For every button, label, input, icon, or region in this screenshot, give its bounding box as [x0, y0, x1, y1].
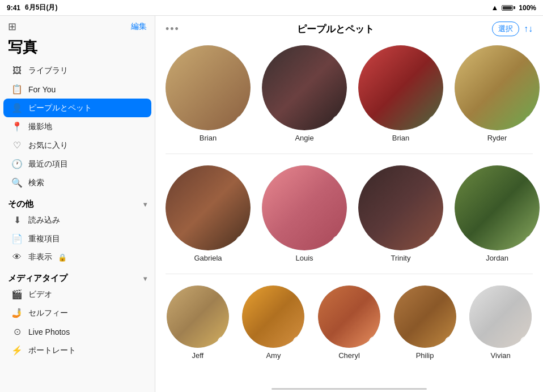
- person-name: Cheryl: [338, 351, 360, 360]
- person-item-trinity[interactable]: ♥ Trinity: [358, 165, 443, 262]
- status-bar: 9:41 6月5日(月) ▲ 100%: [0, 0, 543, 16]
- person-name: Jordan: [486, 254, 508, 262]
- favorite-badge: ♥: [332, 116, 345, 128]
- person-name: Vivian: [491, 351, 511, 360]
- sidebar-item-label: お気に入り: [28, 140, 68, 151]
- sidebar-item-label: 撮影地: [28, 122, 52, 132]
- sidebar-item-label: ビデオ: [28, 289, 52, 300]
- favorites-icon: ♡: [11, 140, 23, 151]
- status-left: 9:41 6月5日(月): [7, 3, 57, 12]
- person-name: Ryder: [487, 134, 507, 142]
- media-section-label: メディアタイプ: [8, 273, 67, 284]
- sidebar-item-people[interactable]: 👤 ピープルとペット: [3, 99, 151, 117]
- favorite-badge: ♥: [332, 236, 345, 248]
- sidebar-item-label: 非表示: [28, 252, 52, 262]
- favorite-badge: ♥: [236, 236, 248, 248]
- person-item-jordan[interactable]: ♥ Jordan: [455, 165, 540, 262]
- sidebar-item-video[interactable]: 🎬 ビデオ: [3, 285, 151, 304]
- page-title: ピープルとペット: [180, 23, 492, 36]
- person-avatar-jeff: ♡: [167, 286, 229, 348]
- header-actions: 選択 ↑↓: [492, 22, 533, 36]
- person-avatar-angie: ♥: [262, 45, 347, 130]
- person-name: Brian: [392, 134, 409, 142]
- sidebar-item-portrait[interactable]: ⚡ ポートレート: [3, 341, 151, 360]
- person-item-cheryl[interactable]: ♡ Cheryl: [317, 286, 381, 360]
- favorite-badge: ♡: [445, 336, 455, 347]
- person-name: Brian: [200, 134, 217, 142]
- sidebar-item-import[interactable]: ⬇ 読み込み: [3, 211, 151, 229]
- person-item-ryder[interactable]: ♥ Ryder: [455, 45, 540, 142]
- recent-icon: 🕐: [11, 159, 23, 169]
- person-name: Jeff: [192, 351, 203, 360]
- sidebar-item-library[interactable]: 🖼 ライブラリ: [3, 62, 151, 80]
- people-icon: 👤: [11, 103, 23, 113]
- person-name: Philip: [416, 351, 434, 360]
- grid-section-1: ♥ Brian ♥ Angie ♥ Brian: [166, 45, 533, 154]
- sidebar-item-hidden[interactable]: 👁 非表示 🔒: [3, 248, 151, 266]
- sidebar-item-foryou[interactable]: 📋 For You: [3, 80, 151, 99]
- person-item-louis[interactable]: ♥ Louis: [262, 165, 347, 262]
- person-avatar-louis: ♥: [262, 165, 347, 250]
- media-section-header[interactable]: メディアタイプ ▾: [0, 269, 155, 285]
- search-icon: 🔍: [11, 177, 23, 188]
- video-icon: 🎬: [11, 289, 23, 300]
- person-item-brian2[interactable]: ♥ Brian: [358, 45, 443, 142]
- favorite-badge: ♡: [369, 336, 379, 347]
- person-item-amy[interactable]: ♡ Amy: [241, 286, 306, 360]
- person-name: Louis: [295, 254, 313, 262]
- content-header: ••• ピープルとペット 選択 ↑↓: [155, 16, 543, 41]
- library-icon: 🖼: [11, 66, 23, 76]
- date: 6月5日(月): [25, 3, 57, 12]
- status-right: ▲ 100%: [491, 3, 536, 12]
- person-item-angie[interactable]: ♥ Angie: [262, 45, 347, 142]
- sidebar-item-selfie[interactable]: 🤳 セルフィー: [3, 304, 151, 322]
- select-button[interactable]: 選択: [492, 22, 519, 36]
- person-avatar-gabriela: ♥: [166, 165, 251, 250]
- person-name: Gabriela: [194, 254, 222, 262]
- sidebar-item-label: 最近の項目: [28, 159, 68, 169]
- favorite-badge: ♡: [293, 336, 303, 347]
- sidebar-edit-button[interactable]: 編集: [131, 22, 147, 32]
- sidebar-item-label: 読み込み: [28, 215, 60, 225]
- sidebar-item-recent[interactable]: 🕐 最近の項目: [3, 155, 151, 173]
- sidebar-toggle-icon[interactable]: ⊞: [8, 20, 16, 33]
- more-options-icon[interactable]: •••: [166, 23, 180, 35]
- sidebar-item-label: ポートレート: [28, 346, 76, 356]
- person-item-brian1[interactable]: ♥ Brian: [166, 45, 251, 142]
- favorite-badge: ♥: [236, 116, 248, 128]
- app-container: ⊞ 編集 写真 🖼 ライブラリ 📋 For You 👤 ピープルとペット 📍 撮…: [0, 16, 543, 392]
- selfie-icon: 🤳: [11, 308, 23, 318]
- sidebar-item-livephotos[interactable]: ⊙ Live Photos: [3, 322, 151, 341]
- sidebar-item-duplicates[interactable]: 📄 重複項目: [3, 229, 151, 248]
- sidebar-item-label: ピープルとペット: [28, 103, 92, 113]
- sidebar-item-label: ライブラリ: [28, 66, 68, 76]
- sidebar-item-label: セルフィー: [28, 308, 68, 318]
- person-avatar-vivian: ♡: [469, 286, 532, 348]
- sidebar-item-label: Live Photos: [28, 327, 70, 336]
- people-grid: ♥ Brian ♥ Angie ♥ Brian: [155, 41, 543, 385]
- livephotos-icon: ⊙: [11, 326, 23, 337]
- chevron-down-icon: ▾: [143, 275, 147, 283]
- person-avatar-brian2: ♥: [358, 45, 443, 130]
- sidebar-item-search[interactable]: 🔍 検索: [3, 173, 151, 192]
- scroll-indicator: [272, 388, 427, 390]
- person-avatar-brian1: ♥: [166, 45, 251, 130]
- sidebar-item-favorites[interactable]: ♡ お気に入り: [3, 136, 151, 155]
- person-name: Angie: [295, 134, 313, 142]
- sidebar-title: 写真: [0, 35, 155, 62]
- person-item-philip[interactable]: ♡ Philip: [393, 286, 457, 360]
- sidebar-item-label: 検索: [28, 178, 44, 188]
- sidebar: ⊞ 編集 写真 🖼 ライブラリ 📋 For You 👤 ピープルとペット 📍 撮…: [0, 16, 155, 392]
- other-section-header[interactable]: その他 ▾: [0, 194, 155, 211]
- sidebar-item-places[interactable]: 📍 撮影地: [3, 117, 151, 136]
- time: 9:41: [7, 4, 20, 12]
- grid-section-3: ♡ Jeff ♡ Amy ♡ Cheryl: [166, 274, 533, 371]
- favorite-badge: ♥: [525, 116, 537, 128]
- hidden-icon: 👁: [11, 252, 23, 262]
- grid-section-2: ♥ Gabriela ♥ Louis ♥ Trinity: [166, 154, 533, 274]
- person-item-gabriela[interactable]: ♥ Gabriela: [166, 165, 251, 262]
- favorite-badge: ♥: [429, 236, 441, 248]
- person-item-vivian[interactable]: ♡ Vivian: [468, 286, 533, 360]
- sort-icon[interactable]: ↑↓: [524, 24, 533, 34]
- person-item-jeff[interactable]: ♡ Jeff: [166, 286, 230, 360]
